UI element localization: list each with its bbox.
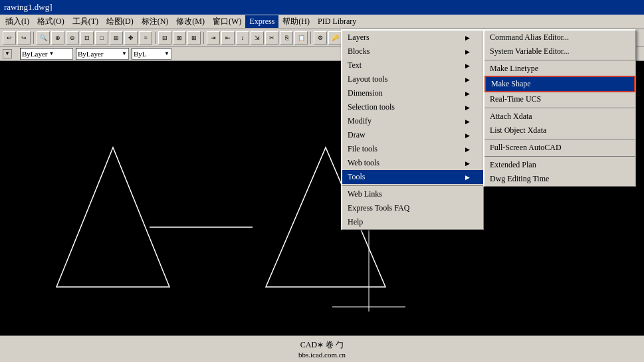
tools-make-linetype[interactable]: Make Linetype (484, 62, 635, 76)
arrow-icon: ▶ (465, 48, 470, 55)
express-layout-tools[interactable]: Layout tools ▶ (342, 72, 483, 86)
toolbar-btn-20[interactable]: 📋 (294, 31, 308, 45)
express-modify[interactable]: Modify ▶ (342, 114, 483, 128)
linetype-value: ByLayer (78, 50, 122, 58)
menu-draw[interactable]: 绘图(D) (102, 15, 138, 29)
arrow-icon: ▶ (465, 118, 470, 125)
tools-dwg-editing[interactable]: Dwg Editing Time (484, 172, 635, 186)
layer-dropdown-arrow[interactable]: ▼ (3, 49, 12, 58)
toolbar-btn-16[interactable]: ↕ (236, 31, 249, 45)
toolbar-btn-11[interactable]: ⊟ (158, 31, 171, 45)
toolbar-btn-13[interactable]: ⊞ (187, 31, 201, 45)
toolbar-btn-5[interactable]: ⊖ (66, 31, 79, 45)
express-file-tools[interactable]: File tools ▶ (342, 142, 483, 156)
toolbar-btn-9[interactable]: ✥ (124, 31, 138, 45)
tools-submenu: Command Alias Editor... System Variable … (483, 29, 636, 187)
status-bar: CAD∗ 卷 勹 bbs.icad.com.cn (0, 335, 644, 362)
color-dropdown[interactable]: ByLayer ▼ (20, 48, 73, 60)
arrow-icon: ▶ (465, 76, 470, 83)
menu-modify[interactable]: 修改(M) (172, 15, 209, 29)
toolbar-btn-4[interactable]: ⊕ (51, 31, 64, 45)
toolbar-sep-2 (155, 32, 156, 44)
menu-tools[interactable]: 工具(T) (68, 15, 102, 29)
toolbar-btn-19[interactable]: ⎘ (280, 31, 293, 45)
express-sep-1 (342, 185, 483, 186)
menu-dimension[interactable]: 标注(N) (138, 15, 173, 29)
tools-sep-2 (484, 108, 635, 108)
menu-format[interactable]: 格式(O) (33, 15, 68, 29)
toolbar-btn-14[interactable]: ⇥ (207, 31, 220, 45)
status-text: CAD∗ 卷 勹 (300, 339, 344, 351)
toolbar-btn-22[interactable]: 🔑 (328, 31, 342, 45)
menu-insert[interactable]: 插入(I) (1, 15, 33, 29)
express-layers[interactable]: Layers ▶ (342, 31, 483, 45)
arrow-icon: ▶ (465, 146, 470, 153)
lineweight-dropdown[interactable]: ByL ▼ (132, 48, 171, 60)
express-help[interactable]: Help (342, 215, 483, 229)
arrow-icon: ▶ (465, 174, 470, 181)
express-web-tools[interactable]: Web tools ▶ (342, 156, 483, 170)
toolbar-btn-21[interactable]: ⚙ (314, 31, 327, 45)
toolbar-btn-8[interactable]: ⊞ (110, 31, 123, 45)
tools-extended-plan[interactable]: Extended Plan (484, 158, 635, 172)
color-dropdown-arrow: ▼ (49, 50, 54, 56)
toolbar-btn-2[interactable]: ↪ (17, 31, 31, 45)
lineweight-value: ByL (134, 50, 164, 58)
menu-express[interactable]: Express (245, 15, 278, 28)
menu-help[interactable]: 帮助(H) (278, 15, 314, 29)
menu-pid[interactable]: PID Library (314, 15, 360, 28)
title-text: rawing1.dwg] (4, 2, 53, 13)
tools-sysvar-editor[interactable]: System Variable Editor... (484, 45, 635, 58)
toolbar-btn-3[interactable]: 🔍 (37, 31, 50, 45)
express-dimension[interactable]: Dimension ▶ (342, 86, 483, 100)
express-menu: Layers ▶ Blocks ▶ Text ▶ Layout tools ▶ … (341, 29, 484, 230)
arrow-icon: ▶ (465, 90, 470, 97)
toolbar-sep-4 (310, 32, 311, 44)
status-url: bbs.icad.com.cn (298, 351, 346, 359)
lineweight-dropdown-arrow: ▼ (164, 50, 169, 56)
toolbar-btn-12[interactable]: ⊠ (173, 31, 186, 45)
toolbar-btn-7[interactable]: □ (95, 31, 108, 45)
arrow-icon: ▶ (465, 132, 470, 139)
express-text[interactable]: Text ▶ (342, 58, 483, 72)
title-bar: rawing1.dwg] (0, 0, 644, 15)
toolbar-sep-3 (203, 32, 204, 44)
tools-make-shape[interactable]: Make Shape (484, 76, 635, 92)
tools-realtime-ucs[interactable]: Real-Time UCS (484, 92, 635, 106)
linetype-dropdown-arrow: ▼ (122, 50, 127, 56)
menu-bar: 插入(I) 格式(O) 工具(T) 绘图(D) 标注(N) 修改(M) 窗口(W… (0, 15, 644, 29)
express-tools-faq[interactable]: Express Tools FAQ (342, 201, 483, 215)
toolbar-sep-1 (33, 32, 34, 44)
express-draw[interactable]: Draw ▶ (342, 128, 483, 142)
express-tools[interactable]: Tools ▶ (342, 170, 483, 184)
toolbar-btn-17[interactable]: ⇲ (251, 31, 264, 45)
express-selection-tools[interactable]: Selection tools ▶ (342, 100, 483, 114)
triangle-left (56, 147, 169, 287)
toolbar-btn-6[interactable]: ⊡ (80, 31, 94, 45)
tools-command-alias[interactable]: Command Alias Editor... (484, 31, 635, 45)
toolbar-btn-1[interactable]: ↩ (3, 31, 16, 45)
arrow-icon: ▶ (465, 62, 470, 69)
toolbar-btn-18[interactable]: ✂ (265, 31, 278, 45)
tools-attach-xdata[interactable]: Attach Xdata (484, 110, 635, 124)
tools-sep-3 (484, 139, 635, 139)
menu-window[interactable]: 窗口(W) (209, 15, 245, 29)
color-value: ByLayer (22, 50, 47, 58)
express-blocks[interactable]: Blocks ▶ (342, 45, 483, 58)
tools-list-xdata[interactable]: List Object Xdata (484, 124, 635, 137)
arrow-icon: ▶ (465, 35, 470, 41)
arrow-icon: ▶ (465, 160, 470, 167)
tools-fullscreen[interactable]: Full-Screen AutoCAD (484, 141, 635, 155)
tools-sep-1 (484, 60, 635, 60)
arrow-icon: ▶ (465, 104, 470, 111)
toolbar-btn-10[interactable]: ≡ (139, 31, 152, 45)
tools-sep-4 (484, 156, 635, 157)
linetype-dropdown[interactable]: ByLayer ▼ (76, 48, 129, 60)
express-web-links[interactable]: Web Links (342, 187, 483, 201)
toolbar-btn-15[interactable]: ⇤ (221, 31, 235, 45)
